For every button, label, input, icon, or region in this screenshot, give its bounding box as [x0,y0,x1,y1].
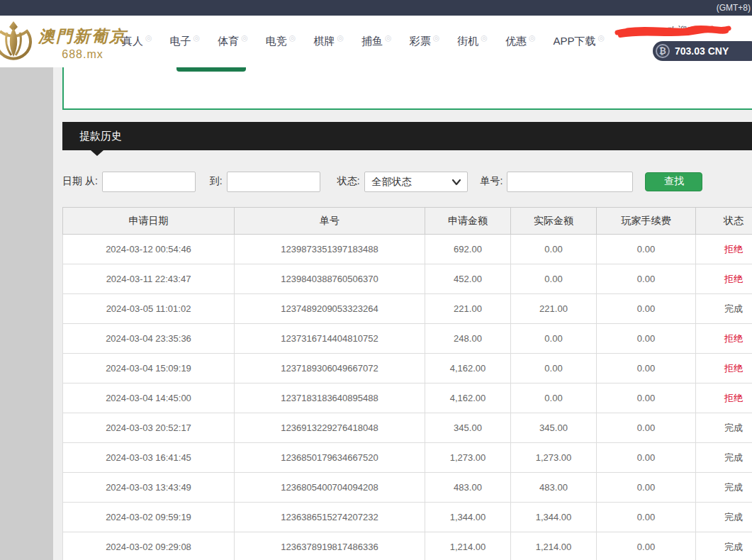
cell-order-number: 1237189306049667072 [235,354,425,383]
cell-date: 2024-03-04 15:09:19 [63,354,235,383]
cell-actual-amount: 345.00 [511,413,597,443]
table-header-row: 申请日期 单号 申请金额 实际金额 玩家手续费 状态 [63,208,752,235]
nav-item-promo[interactable]: 优惠◎ [505,35,536,48]
col-header-order: 单号 [235,208,425,235]
cell-player-fee: 0.00 [597,264,696,294]
date-to-label: 到: [210,175,223,188]
section-title: 提款历史 [79,130,122,142]
cell-status: 完成 [696,413,752,443]
cell-status: 拒绝 [696,264,752,294]
table-row: 2024-03-11 22:43:47123984038876050637045… [63,264,752,294]
circle-icon: ◎ [289,33,296,43]
cell-status: 拒绝 [696,354,752,383]
cell-actual-amount: 0.00 [511,354,597,383]
col-header-applied-amount: 申请金额 [425,208,511,235]
table-row: 2024-03-04 15:09:1912371893060496670724,… [63,354,752,383]
circle-icon: ◎ [337,33,344,43]
cell-applied-amount: 4,162.00 [425,383,511,413]
cell-player-fee: 0.00 [597,503,696,532]
cell-status: 拒绝 [696,383,752,413]
cell-order-number: 1236913229276418048 [235,413,425,443]
order-number-label: 单号: [481,175,503,188]
cell-actual-amount: 0.00 [511,383,597,413]
cell-order-number: 1236850179634667520 [235,443,425,473]
left-gutter [0,67,53,560]
nav-item-lottery[interactable]: 彩票◎ [410,35,440,48]
cell-player-fee: 0.00 [597,413,696,443]
table-row: 2024-03-03 20:52:17123691322927641804834… [63,413,752,443]
cell-actual-amount: 0.00 [511,324,597,354]
logo-domain: 688.mx [38,48,127,61]
cell-actual-amount: 1,344.00 [511,503,597,532]
logo-text: 澳門新葡京 688.mx [38,17,127,64]
cell-player-fee: 0.00 [597,294,696,324]
balance-amount: 703.03 CNY [675,45,729,57]
cell-status: 完成 [696,532,752,560]
redaction-scribble [613,22,734,40]
cell-order-number: 1237316714404810752 [235,324,425,354]
cell-player-fee: 0.00 [597,383,696,413]
cell-applied-amount: 1,344.00 [425,503,511,532]
order-number-input[interactable] [507,172,633,192]
cell-order-number: 1236378919817486336 [235,532,425,560]
circle-icon: ◎ [145,33,152,43]
circle-icon: ◎ [481,33,488,43]
bitcoin-icon: ₿ [656,44,670,58]
cell-date: 2024-03-05 11:01:02 [63,294,235,324]
nav-item-fishing[interactable]: 捕鱼◎ [361,35,392,48]
withdrawal-table-body: 2024-03-12 00:54:46123987335139718348869… [63,235,752,560]
nav-item-arcade[interactable]: 街机◎ [457,35,488,48]
cell-order-number: 1239873351397183488 [235,235,425,264]
cell-player-fee: 0.00 [597,473,696,503]
balance-pill[interactable]: ₿ 703.03 CNY [653,41,752,61]
logo-title: 澳門新葡京 [38,26,127,47]
cell-actual-amount: 1,273.00 [511,443,597,473]
cell-status: 完成 [696,443,752,473]
cell-player-fee: 0.00 [597,235,696,264]
cell-player-fee: 0.00 [597,532,696,560]
cell-actual-amount: 1,214.00 [511,532,597,560]
cell-date: 2024-03-04 23:35:36 [63,324,235,354]
cell-applied-amount: 452.00 [425,264,511,294]
cell-date: 2024-03-12 00:54:46 [63,235,235,264]
topbar: (GMT+8) 2 [0,0,752,16]
table-row: 2024-03-12 00:54:46123987335139718348869… [63,235,752,264]
nav-item-sports[interactable]: 体育◎ [218,35,248,48]
nav-item-app-download[interactable]: APP下载◎ [553,35,605,48]
status-label: 状态: [337,175,360,188]
cell-order-number: 1236386515274207232 [235,503,425,532]
circle-icon: ◎ [598,33,605,43]
cell-applied-amount: 345.00 [425,413,511,443]
chevron-down-icon [452,179,461,186]
cell-status: 拒绝 [696,324,752,354]
col-header-status: 状态 [696,208,752,235]
cell-actual-amount: 0.00 [511,264,597,294]
nav-item-slots[interactable]: 电子◎ [170,35,201,48]
filter-bar: 日期 从: 到: 状态: 全部状态 单号: 查找 [62,171,752,192]
cell-date: 2024-03-11 22:43:47 [63,264,235,294]
cell-status: 完成 [696,503,752,532]
nav-item-cards[interactable]: 棋牌◎ [313,35,344,48]
cell-player-fee: 0.00 [597,324,696,354]
circle-icon: ◎ [385,33,392,43]
cell-status: 完成 [696,294,752,324]
date-to-input[interactable] [227,172,320,192]
circle-icon: ◎ [241,33,248,43]
status-select[interactable]: 全部状态 [364,172,468,192]
cell-order-number: 1239840388760506370 [235,264,425,294]
site-logo[interactable]: 澳門新葡京 688.mx [0,17,127,64]
nav-item-live[interactable]: 真人◎ [122,35,152,48]
cell-applied-amount: 1,273.00 [425,443,511,473]
cell-player-fee: 0.00 [597,354,696,383]
date-from-label: 日期 从: [62,175,98,188]
nav-item-esports[interactable]: 电竞◎ [266,35,296,48]
table-row: 2024-03-04 23:35:36123731671440481075224… [63,324,752,354]
col-header-player-fee: 玩家手续费 [597,208,696,235]
main-content: 提款历史 日期 从: 到: 状态: 全部状态 单号: 查找 申请日期 单号 申请… [62,67,752,560]
date-from-input[interactable] [102,172,196,192]
withdrawal-history-table: 申请日期 单号 申请金额 实际金额 玩家手续费 状态 2024-03-12 00… [62,207,752,560]
search-button[interactable]: 查找 [645,172,702,191]
cell-order-number: 1236805400704094208 [235,473,425,503]
table-row: 2024-03-05 11:01:02123748920905332326422… [63,294,752,324]
cell-date: 2024-03-02 09:29:08 [63,532,235,560]
